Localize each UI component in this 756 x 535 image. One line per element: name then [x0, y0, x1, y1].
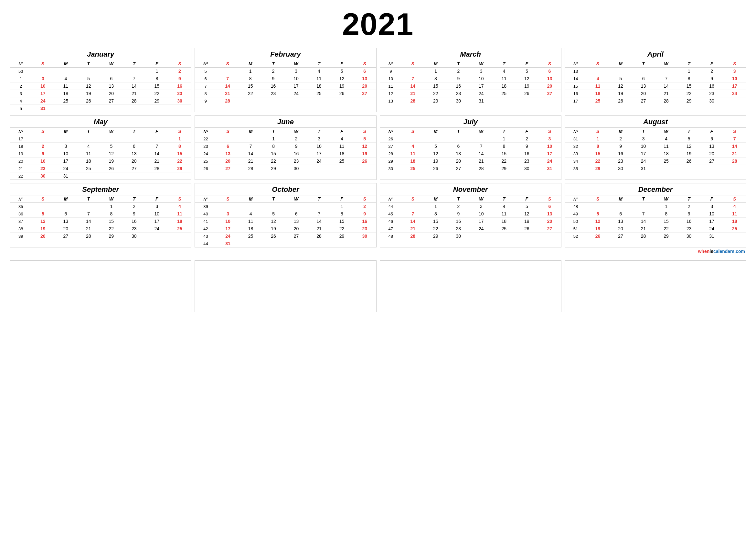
cell-t: 26: [77, 98, 100, 105]
cell-f: 12: [516, 75, 538, 82]
cell-s: 21: [216, 90, 239, 98]
cell-sa: 31: [538, 165, 561, 172]
table-row: 1221222324252627: [380, 90, 561, 98]
calendar-grid: JanuaryNºSMTWTFS531213456789210111213141…: [7, 48, 749, 247]
cell-s: 20: [217, 157, 239, 165]
header-week-num: Nº: [565, 60, 587, 68]
cell-th: 1: [493, 135, 516, 143]
cell-sa: [353, 165, 376, 172]
cell-f: 19: [330, 82, 353, 90]
cell-m: [54, 68, 77, 75]
cell-t: 20: [632, 90, 655, 98]
cell-th: 8: [677, 75, 700, 82]
cell-m: 20: [609, 225, 632, 233]
header-sat-col: S: [723, 128, 746, 135]
header-sat-col: S: [538, 60, 561, 68]
cell-sa: 27: [353, 90, 376, 98]
cell-s: 12: [32, 218, 55, 225]
cell-m: 7: [239, 143, 262, 150]
header-week-num: Nº: [380, 128, 402, 135]
cell-t: 21: [632, 225, 655, 233]
header-sat-col: S: [353, 128, 376, 135]
cell-m: 18: [239, 225, 262, 233]
cell-w: 29: [655, 233, 678, 240]
cell-sa: [723, 98, 746, 105]
header-weekday-col: T: [123, 195, 146, 203]
cell-w: 10: [470, 75, 493, 82]
table-row: 4431: [195, 240, 376, 247]
cell-sa: 11: [168, 210, 191, 218]
cell-th: 4: [308, 68, 330, 75]
header-weekday-col: F: [516, 128, 538, 135]
bottom-box-2: [195, 260, 376, 312]
cell-sa: 28: [723, 157, 746, 165]
cell-w: 27: [285, 233, 308, 240]
cell-wn: 9: [195, 98, 216, 105]
cell-w: 24: [470, 225, 493, 233]
month-title-december: December: [565, 183, 746, 195]
table-row: 13123: [565, 68, 746, 75]
cell-s: 24: [217, 233, 239, 240]
table-row: 5119202122232425: [565, 225, 746, 233]
header-sun-col: S: [217, 195, 239, 203]
header-weekday-col: M: [239, 128, 262, 135]
cell-w: 4: [655, 135, 678, 143]
cell-t: 19: [262, 225, 285, 233]
header-weekday-col: F: [516, 60, 538, 68]
cell-wn: 18: [10, 143, 32, 150]
cell-w: [470, 135, 493, 143]
cell-w: 1: [100, 203, 123, 210]
cell-th: 29: [677, 98, 700, 105]
table-row: 9123456: [380, 68, 561, 75]
cell-th: 15: [677, 82, 700, 90]
cell-wn: 29: [380, 157, 402, 165]
cell-f: 23: [700, 90, 723, 98]
header-sun-col: S: [586, 60, 609, 68]
header-weekday-col: W: [655, 128, 678, 135]
cell-s: 27: [217, 165, 239, 172]
cell-m: 17: [54, 157, 77, 165]
table-row: 236789101112: [195, 143, 376, 150]
cell-s: [401, 68, 424, 75]
month-table-april: NºSMTWTFS1312314456789101511121314151617…: [565, 60, 746, 104]
cell-t: [632, 203, 655, 210]
cell-wn: 30: [380, 165, 402, 172]
cell-t: 30: [447, 98, 470, 105]
cell-f: 26: [516, 90, 538, 98]
cell-m: 1: [424, 203, 447, 210]
bottom-section: [7, 257, 749, 312]
header-weekday-col: F: [700, 60, 723, 68]
cell-th: 23: [123, 225, 146, 233]
header-sat-col: S: [168, 60, 191, 68]
cell-t: 9: [262, 75, 285, 82]
header-weekday-col: F: [700, 128, 723, 135]
cell-s: 30: [32, 172, 55, 180]
header-sat-col: S: [168, 195, 191, 203]
cell-th: 11: [493, 210, 516, 218]
cell-w: 14: [655, 82, 678, 90]
cell-wn: 26: [195, 165, 217, 172]
cell-w: 10: [285, 75, 308, 82]
cell-m: 13: [609, 218, 632, 225]
cell-sa: 13: [538, 75, 561, 82]
cell-wn: 12: [380, 90, 402, 98]
cell-th: 15: [493, 150, 516, 157]
cell-f: 25: [330, 157, 353, 165]
table-row: 3712131415161718: [10, 218, 191, 225]
header-sun-col: S: [216, 60, 239, 68]
table-row: 311234567: [565, 135, 746, 143]
month-title-july: July: [380, 116, 561, 127]
table-row: 2811121314151617: [380, 150, 561, 157]
table-row: 317181920212223: [10, 90, 191, 98]
table-row: 3315161718192021: [565, 150, 746, 157]
cell-wn: 53: [10, 68, 32, 75]
cell-w: 22: [100, 225, 123, 233]
cell-f: 16: [516, 150, 538, 157]
cell-t: 15: [262, 150, 285, 157]
table-row: 223031: [10, 172, 191, 180]
month-block-november: NovemberNºSMTWTFS44123456457891011121346…: [380, 183, 561, 247]
cell-f: 28: [146, 165, 168, 172]
header-weekday-col: T: [447, 128, 470, 135]
cell-w: 21: [655, 90, 678, 98]
cell-sa: 17: [723, 82, 746, 90]
